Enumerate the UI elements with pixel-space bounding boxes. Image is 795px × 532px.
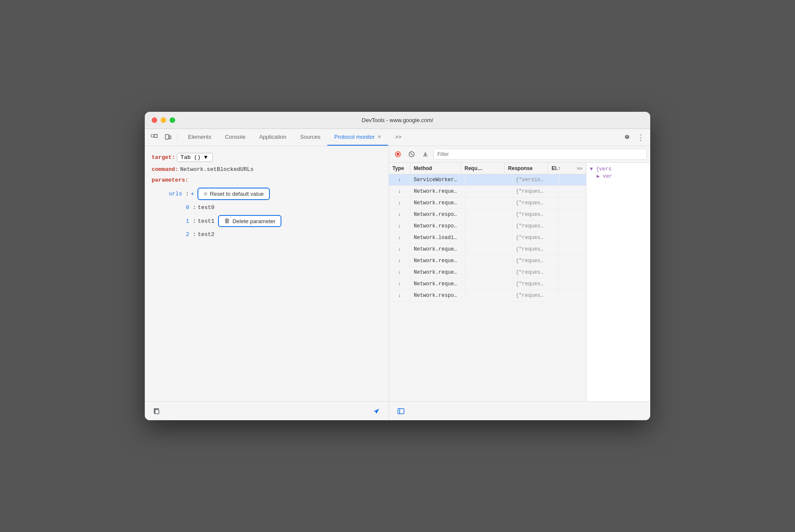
col-header-method[interactable]: Method — [410, 163, 461, 174]
target-label: target: — [152, 154, 175, 161]
tab-navigation: Elements Console Application Sources Pro… — [181, 129, 619, 146]
cell-type: ↓ — [389, 209, 410, 220]
cell-response: {"reques… — [512, 209, 559, 220]
svg-rect-6 — [397, 153, 399, 155]
stop-recording-button[interactable] — [392, 149, 403, 160]
close-button[interactable] — [152, 117, 157, 123]
cell-el — [559, 232, 586, 243]
maximize-button[interactable] — [170, 117, 175, 123]
col-more-button[interactable]: >> — [573, 163, 586, 174]
col-header-response[interactable]: Response — [505, 163, 548, 174]
device-toolbar-icon[interactable] — [162, 132, 174, 143]
target-dropdown-icon: ▼ — [204, 154, 207, 161]
cell-response: {"reques… — [512, 278, 559, 290]
cell-method: Network.respo… — [410, 209, 465, 220]
window-title: DevTools - www.google.com/ — [362, 117, 433, 123]
cell-type: ↓ — [389, 232, 410, 243]
table-row[interactable]: ↓ ServiceWorker… {"versio… — [389, 174, 586, 186]
more-options-icon[interactable]: ⋮ — [635, 132, 647, 143]
left-bottom-bar — [145, 401, 389, 420]
right-bottom-bar — [389, 401, 650, 420]
cell-method: Network.reque… — [410, 267, 465, 278]
cell-requ — [465, 209, 512, 220]
tab-elements[interactable]: Elements — [181, 129, 218, 146]
delete-parameter-button[interactable]: 🗑 Delete parameter — [218, 215, 281, 227]
reset-icon: ⊘ — [203, 190, 207, 197]
table-row[interactable]: ↓ Network.reque… {"reques… — [389, 267, 586, 278]
cell-type: ↓ — [389, 290, 410, 301]
cell-requ — [465, 255, 512, 266]
minimize-button[interactable] — [161, 117, 166, 123]
cell-response: {"reques… — [512, 197, 559, 209]
cell-method: Network.reque… — [410, 244, 465, 255]
cell-requ — [465, 267, 512, 278]
cell-method: Network.respo… — [410, 221, 465, 232]
cell-response: {"reques… — [512, 186, 559, 197]
cell-requ — [465, 290, 512, 301]
cell-el — [559, 186, 586, 197]
clear-button[interactable] — [406, 149, 417, 160]
tab-more[interactable]: >> — [388, 129, 408, 146]
table-row[interactable]: ↓ Network.reque… {"reques… — [389, 244, 586, 255]
table-row[interactable]: ↓ Network.reque… {"reques… — [389, 255, 586, 267]
copy-icon[interactable] — [152, 406, 162, 416]
target-select[interactable]: Tab () ▼ — [177, 153, 213, 162]
reset-to-default-button[interactable]: ⊘ Reset to default value — [197, 188, 269, 200]
cell-response: {"reques… — [512, 232, 559, 243]
cell-type: ↓ — [389, 221, 410, 232]
url-item-0: 0 : test0 — [186, 204, 382, 211]
col-header-requ[interactable]: Requ… — [461, 163, 505, 174]
cell-method: Network.reque… — [410, 197, 465, 209]
svg-line-8 — [410, 153, 413, 155]
inspect-icon[interactable] — [148, 132, 160, 143]
table-row[interactable]: ↓ Network.reque… {"reques… — [389, 197, 586, 209]
cell-requ — [465, 186, 512, 197]
add-url-button[interactable]: + — [191, 191, 194, 197]
send-icon[interactable] — [371, 406, 382, 416]
main-content: target: Tab () ▼ command: Network.setBlo… — [145, 146, 650, 420]
tab-protocol-monitor[interactable]: Protocol monitor ✕ — [327, 129, 388, 146]
svg-rect-3 — [169, 136, 171, 139]
cell-requ — [465, 244, 512, 255]
tab-console[interactable]: Console — [218, 129, 252, 146]
table-row[interactable]: ↓ Network.loadi… {"reques… — [389, 232, 586, 244]
filter-input[interactable] — [433, 149, 647, 160]
table-row[interactable]: ↓ Network.respo… {"reques… — [389, 290, 586, 302]
titlebar: DevTools - www.google.com/ — [145, 112, 650, 129]
urls-row: urls : + ⊘ Reset to default value — [169, 188, 382, 200]
cell-response: {"reques… — [512, 244, 559, 255]
cell-method: Network.loadi… — [410, 232, 465, 243]
table-row[interactable]: ↓ Network.respo… {"reques… — [389, 209, 586, 221]
left-panel-content: target: Tab () ▼ command: Network.setBlo… — [145, 146, 389, 401]
cell-type: ↓ — [389, 278, 410, 290]
urls-label: urls — [169, 191, 182, 197]
cell-requ — [465, 197, 512, 209]
parameters-label: parameters: — [152, 177, 188, 183]
url-index-1: 1 — [186, 218, 189, 224]
download-button[interactable] — [420, 149, 431, 160]
sidebar-toggle-icon[interactable] — [396, 406, 406, 416]
toolbar-right: ⋮ — [621, 132, 647, 143]
preview-line-2: ▶ ver — [597, 173, 647, 179]
tab-application[interactable]: Application — [252, 129, 293, 146]
table-row[interactable]: ↓ Network.reque… {"reques… — [389, 186, 586, 197]
col-header-el[interactable]: El.↑ — [548, 163, 573, 174]
svg-rect-9 — [398, 409, 404, 414]
cell-requ — [465, 174, 512, 185]
table-row[interactable]: ↓ Network.reque… {"reques… — [389, 278, 586, 290]
cell-response: {"reques… — [512, 290, 559, 301]
cell-response: {"reques… — [512, 255, 559, 266]
parameters-row: parameters: — [152, 177, 382, 183]
tab-close-icon[interactable]: ✕ — [377, 134, 381, 140]
col-header-type: Type — [389, 163, 410, 174]
table-row[interactable]: ↓ Network.respo… {"reques… — [389, 221, 586, 232]
settings-icon[interactable] — [621, 132, 633, 143]
cell-method: Network.respo… — [410, 290, 465, 301]
preview-panel: ▼ {vers ▶ ver — [586, 163, 650, 401]
cell-type: ↓ — [389, 174, 410, 185]
cell-el — [559, 221, 586, 232]
cell-type: ↓ — [389, 186, 410, 197]
cell-el — [559, 197, 586, 209]
tab-sources[interactable]: Sources — [293, 129, 328, 146]
colon-separator: : — [185, 191, 189, 197]
